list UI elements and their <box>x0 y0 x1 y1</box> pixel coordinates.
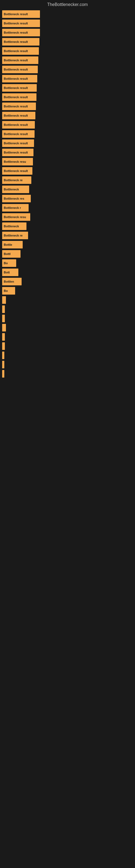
bar-label: Bottleneck result <box>4 77 28 80</box>
bar-item: Bottleneck r <box>2 204 29 212</box>
site-title: TheBottlenecker.com <box>0 0 135 10</box>
bar-item <box>2 324 6 332</box>
bar-row: Bottleneck result <box>2 10 133 18</box>
bar-label: Bottle <box>4 243 12 246</box>
bar-label: Bottleneck <box>4 225 19 228</box>
bar-label: Bottleneck result <box>4 50 28 53</box>
bar-row: Bottleneck result <box>2 56 133 64</box>
bar-item: Bottleneck result <box>2 149 34 156</box>
bar-row: Bo <box>2 287 133 294</box>
bar-item: Bottl <box>2 250 20 258</box>
bar-item: Bottleneck re <box>2 231 28 239</box>
bar-row: Bottleneck result <box>2 140 133 147</box>
bar-item: Bottleneck result <box>2 112 35 119</box>
bar-label: Bottleneck result <box>4 169 28 173</box>
bar-label: Bottleneck result <box>4 31 28 34</box>
bar-item: Bottleneck result <box>2 38 39 45</box>
bar-label: Bottleneck <box>4 188 19 191</box>
bar-row: Bottleneck result <box>2 47 133 55</box>
bar-item: Bottleneck result <box>2 20 40 27</box>
bar-item <box>2 370 4 378</box>
bar-item: Bottleneck result <box>2 121 35 129</box>
bar-row: Bottleneck <box>2 222 133 230</box>
bar-item: Bottleneck result <box>2 140 34 147</box>
bar-label: Bo <box>4 289 8 292</box>
bar-item <box>2 296 6 304</box>
bar-label: Bottleneck resu <box>4 215 26 219</box>
bar-label: Bottleneck result <box>4 95 28 99</box>
bar-row: Bottleneck result <box>2 102 133 110</box>
bar-row: Bottleneck result <box>2 130 133 138</box>
bar-item: Bottleneck result <box>2 84 37 92</box>
bar-label: Bottleneck result <box>4 132 28 135</box>
bar-item: Bo <box>2 287 15 294</box>
bar-item <box>2 315 5 322</box>
bar-row <box>2 351 133 359</box>
bar-row: Bottleneck result <box>2 121 133 129</box>
bar-item: Bottlen <box>2 278 21 285</box>
bar-item <box>2 342 5 350</box>
bar-row <box>2 324 133 332</box>
bar-row: Bottleneck result <box>2 167 133 175</box>
bar-item: Bottleneck resu <box>2 213 30 221</box>
bar-label: Bottleneck result <box>4 86 28 90</box>
bar-row: Bottleneck result <box>2 38 133 45</box>
bar-row: Bottleneck result <box>2 149 133 156</box>
bar-row: Bottleneck result <box>2 66 133 73</box>
bar-label: Bottleneck result <box>4 59 28 62</box>
bar-item: Bo <box>2 259 16 267</box>
bars-container: Bottleneck resultBottleneck resultBottle… <box>0 10 135 379</box>
bar-item: Bott <box>2 269 18 276</box>
bar-item: Bottleneck res <box>2 195 31 203</box>
bar-label: Bottlen <box>4 280 14 283</box>
bar-label: Bottleneck re <box>4 179 23 182</box>
bar-item: Bottle <box>2 241 23 248</box>
bar-label: Bottleneck r <box>4 206 21 209</box>
bar-label: Bottleneck result <box>4 114 28 117</box>
bar-label: Bottleneck result <box>4 40 28 43</box>
bar-item: Bottleneck re <box>2 176 31 184</box>
bar-label: Bottleneck result <box>4 123 28 126</box>
bar-label: Bottleneck resu <box>4 160 26 163</box>
bar-label: Bottleneck result <box>4 22 28 25</box>
bar-label: Bottleneck res <box>4 197 24 200</box>
bar-item <box>2 305 5 313</box>
bar-item: Bottleneck result <box>2 66 38 73</box>
bar-row <box>2 342 133 350</box>
bar-row: Bottleneck result <box>2 29 133 36</box>
bar-item: Bottleneck result <box>2 75 37 83</box>
bar-row: Bottleneck result <box>2 112 133 119</box>
bar-item: Bottleneck result <box>2 167 32 175</box>
bar-row <box>2 315 133 322</box>
bar-item: Bottleneck result <box>2 56 38 64</box>
bar-row: Bottleneck <box>2 186 133 193</box>
bar-row: Bottleneck res <box>2 195 133 203</box>
bar-label: Bottleneck re <box>4 234 23 237</box>
bar-row: Bottleneck result <box>2 75 133 83</box>
bar-item <box>2 351 4 359</box>
bar-item: Bottleneck <box>2 186 29 193</box>
bar-label: Bottleneck result <box>4 151 28 154</box>
bar-row <box>2 296 133 304</box>
bar-row: Bottleneck re <box>2 176 133 184</box>
bar-item: Bottleneck resu <box>2 158 33 165</box>
bar-item: Bottleneck result <box>2 102 36 110</box>
bar-item <box>2 361 4 368</box>
bar-row: Bottleneck result <box>2 93 133 101</box>
bar-item: Bottleneck result <box>2 47 39 55</box>
bar-row: Bottlen <box>2 278 133 285</box>
bar-item: Bottleneck result <box>2 130 35 138</box>
bar-label: Bott <box>4 271 10 274</box>
bar-row: Bottleneck result <box>2 84 133 92</box>
bar-label: Bottleneck result <box>4 12 28 16</box>
bar-row <box>2 305 133 313</box>
bar-label: Bottleneck result <box>4 68 28 71</box>
bar-row: Bottleneck resu <box>2 158 133 165</box>
bar-label: Bottleneck result <box>4 142 28 145</box>
bar-item: Bottleneck <box>2 222 27 230</box>
bar-row: Bottleneck resu <box>2 213 133 221</box>
bar-row: Bo <box>2 259 133 267</box>
bar-row: Bott <box>2 269 133 276</box>
bar-row: Bottleneck result <box>2 20 133 27</box>
bar-row <box>2 361 133 368</box>
